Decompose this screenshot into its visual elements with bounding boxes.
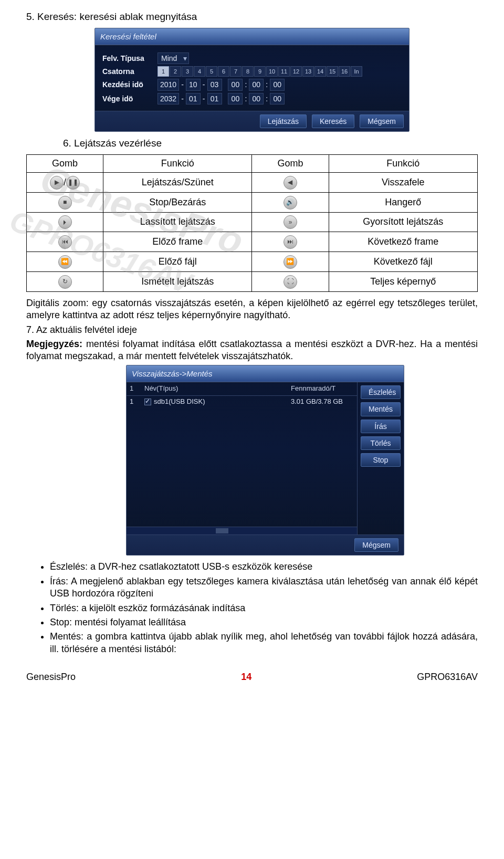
row-index: 1 xyxy=(130,397,139,406)
prev-frame-icon: ⏮ xyxy=(58,235,72,249)
repeat-icon: ↻ xyxy=(58,275,72,289)
footer-left: GenesisPro xyxy=(26,671,76,683)
channel-6[interactable]: 6 xyxy=(218,66,229,77)
cell-prevframe-icon-wrap: ⏮ xyxy=(27,232,103,252)
cell-reverse: Visszafele xyxy=(329,173,478,193)
device-row[interactable]: 1 sdb1(USB DISK) 3.01 GB/3.78 GB xyxy=(127,396,357,408)
bullet-stop: Stop: mentési folyamat leállítása xyxy=(50,616,478,628)
item7-text: 7. Az aktuális felvétel ideje xyxy=(26,324,478,336)
col-remaining: Fennmaradó/T xyxy=(291,384,354,393)
page-footer: GenesisPro 14 GPRO6316AV xyxy=(26,671,478,683)
cell-fast-icon-wrap: » xyxy=(252,212,329,232)
horizontal-scrollbar[interactable] xyxy=(127,527,357,535)
row-name: sdb1(USB DISK) xyxy=(154,397,205,406)
cell-slow-icon-wrap: ⏵ xyxy=(27,212,103,232)
pause-icon: ❚❚ xyxy=(66,176,80,190)
note-text: mentési folyamat indítása előtt csatlako… xyxy=(26,339,478,361)
cell-prevfile: Előző fájl xyxy=(103,252,252,272)
cell-reverse-icon: ◀ xyxy=(252,173,329,193)
th-button-1: Gomb xyxy=(27,154,103,172)
start-datetime[interactable]: 2010 - 10 - 03 00 : 00 : 00 xyxy=(158,79,285,90)
cell-slow: Lassított lejátszás xyxy=(103,212,252,232)
play-icon: ▶ xyxy=(50,176,64,190)
cell-prevframe: Előző frame xyxy=(103,232,252,252)
cell-nextfile-icon-wrap: ⏩ xyxy=(252,252,329,272)
cell-fullscreen: Teljes képernyő xyxy=(329,272,478,292)
channel-5[interactable]: 5 xyxy=(206,66,217,77)
col-name: Név(Típus) xyxy=(144,384,286,393)
channel-14[interactable]: 14 xyxy=(314,66,326,77)
reverse-icon: ◀ xyxy=(284,176,297,190)
cell-stop: Stop/Bezárás xyxy=(103,192,252,212)
bullet-detect: Észlelés: a DVR-hez csatlakoztatott USB-… xyxy=(50,561,478,573)
bullet-delete: Törlés: a kijelölt eszköz formázásának i… xyxy=(50,602,478,614)
cell-fast: Gyorsított lejátszás xyxy=(329,212,478,232)
label-channel: Csatorna xyxy=(102,67,152,76)
search-button[interactable]: Keresés xyxy=(312,114,354,128)
dvr-search-title: Keresési feltétel xyxy=(95,28,409,46)
th-function-1: Funkció xyxy=(103,154,252,172)
note-paragraph: Megjegyzés: mentési folyamat indítása el… xyxy=(26,338,478,363)
channel-9[interactable]: 9 xyxy=(254,66,266,77)
row-checkbox[interactable] xyxy=(144,399,151,405)
stop-button[interactable]: Stop xyxy=(361,453,401,467)
fast-forward-icon: » xyxy=(284,215,297,229)
playback-controls-table: Gomb Funkció Gomb Funkció ▶ / ❚❚ Lejátsz… xyxy=(26,154,478,292)
cell-repeat-icon-wrap: ↻ xyxy=(27,272,103,292)
channel-12[interactable]: 12 xyxy=(290,66,302,77)
stop-icon: ■ xyxy=(58,196,72,209)
channel-10[interactable]: 10 xyxy=(266,66,278,77)
channel-13[interactable]: 13 xyxy=(302,66,314,77)
footer-right: GPRO6316AV xyxy=(417,671,478,683)
channel-8[interactable]: 8 xyxy=(242,66,254,77)
channel-selector[interactable]: 1 2 3 4 5 6 7 8 9 10 11 12 13 14 15 16 I… xyxy=(158,66,362,77)
th-button-2: Gomb xyxy=(252,154,329,172)
label-record-type: Felv. Típusa xyxy=(102,54,152,63)
col-index: 1 xyxy=(130,384,139,393)
cancel-button-2[interactable]: Mégsem xyxy=(354,538,398,552)
cell-nextfile: Következő fájl xyxy=(329,252,478,272)
detect-button[interactable]: Észlelés xyxy=(361,385,401,399)
slow-icon: ⏵ xyxy=(58,215,72,229)
section5-heading: 5. Keresés: keresési ablak megnyitása xyxy=(26,11,478,24)
note-label: Megjegyzés: xyxy=(26,339,82,349)
delete-button[interactable]: Törlés xyxy=(361,436,401,450)
bullet-list: Észlelés: a DVR-hez csatlakoztatott USB-… xyxy=(50,561,478,655)
channel-3[interactable]: 3 xyxy=(182,66,193,77)
th-function-2: Funkció xyxy=(329,154,478,172)
channel-16[interactable]: 16 xyxy=(339,66,350,77)
cell-volume-icon-wrap: 🔊 xyxy=(252,192,329,212)
channel-in[interactable]: In xyxy=(351,66,362,77)
next-file-icon: ⏩ xyxy=(284,255,297,269)
channel-7[interactable]: 7 xyxy=(230,66,242,77)
dvr-backup-title: Visszajátszás->Mentés xyxy=(127,365,404,383)
cell-repeat: Ismételt lejátszás xyxy=(103,272,252,292)
label-end-time: Vége idö xyxy=(102,94,152,103)
channel-1[interactable]: 1 xyxy=(158,66,169,77)
cell-prevfile-icon-wrap: ⏪ xyxy=(27,252,103,272)
cell-nextframe: Következő frame xyxy=(329,232,478,252)
bullet-write: Írás: A megjelenő ablakban egy tetszőleg… xyxy=(50,575,478,600)
next-frame-icon: ⏭ xyxy=(284,235,297,249)
dvr-search-dialog: Keresési feltétel Felv. Típusa Mind Csat… xyxy=(94,28,410,132)
prev-file-icon: ⏪ xyxy=(58,255,72,269)
digital-zoom-text: Digitális zoom: egy csatornás visszajáts… xyxy=(26,297,478,322)
cell-nextframe-icon-wrap: ⏭ xyxy=(252,232,329,252)
write-button[interactable]: Írás xyxy=(361,420,401,433)
select-record-type[interactable]: Mind xyxy=(158,53,189,64)
bullet-save: Mentés: a gombra kattintva újabb ablak n… xyxy=(50,631,478,655)
channel-11[interactable]: 11 xyxy=(278,66,290,77)
playback-button[interactable]: Lejátszás xyxy=(260,114,307,128)
save-button[interactable]: Mentés xyxy=(361,402,401,416)
volume-icon: 🔊 xyxy=(284,196,297,209)
cell-volume: Hangerő xyxy=(329,192,478,212)
channel-2[interactable]: 2 xyxy=(170,66,181,77)
cell-play-pause-icon: ▶ / ❚❚ xyxy=(27,173,103,193)
channel-4[interactable]: 4 xyxy=(194,66,205,77)
row-remaining: 3.01 GB/3.78 GB xyxy=(291,397,354,406)
fullscreen-icon: ⛶ xyxy=(284,275,297,289)
cell-play-pause: Lejátszás/Szünet xyxy=(103,173,252,193)
channel-15[interactable]: 15 xyxy=(327,66,338,77)
cancel-button[interactable]: Mégsem xyxy=(360,114,404,128)
end-datetime[interactable]: 2032 - 01 - 01 00 : 00 : 00 xyxy=(158,93,285,104)
